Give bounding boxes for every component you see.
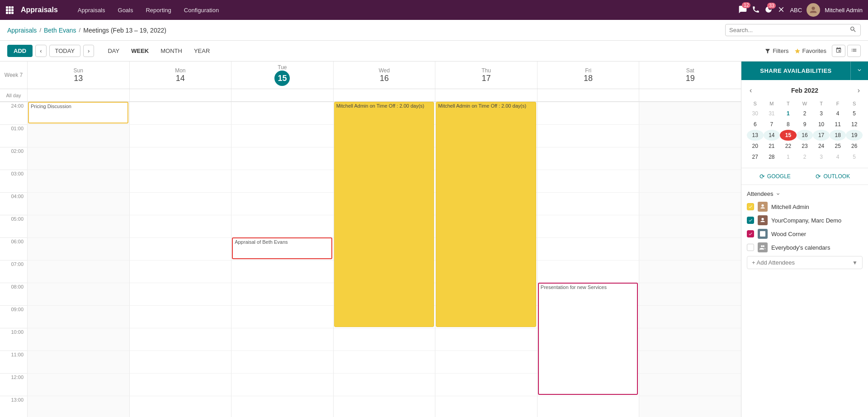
event-pricing-discussion[interactable]: Pricing Discussion: [28, 102, 128, 123]
events-overlay: Pricing DiscussionAppraisal of Beth Evan…: [27, 102, 741, 417]
mini-day-9[interactable]: 9: [797, 119, 813, 130]
mini-day-7[interactable]: 7: [764, 119, 780, 130]
mini-day-31[interactable]: 31: [764, 108, 780, 119]
mini-day-15[interactable]: 15: [780, 130, 797, 141]
mini-day-12[interactable]: 12: [846, 119, 863, 130]
menu-configuration[interactable]: Configuration: [179, 4, 224, 16]
mini-day-22[interactable]: 22: [780, 141, 797, 152]
mini-day-6[interactable]: 6: [747, 119, 764, 130]
allday-cell-wed: [333, 89, 435, 101]
google-label: GOOGLE: [767, 173, 791, 180]
attendee-everybody-avatar: [758, 242, 768, 252]
calendar-view-btn[interactable]: [832, 45, 845, 57]
day-header-tue[interactable]: Tue 15: [231, 62, 333, 89]
mini-day-26[interactable]: 26: [846, 141, 863, 152]
mini-day-17[interactable]: 17: [813, 130, 830, 141]
year-view-btn[interactable]: YEAR: [189, 45, 214, 57]
filter-button[interactable]: Filters: [764, 47, 788, 54]
event-presentation-for-new[interactable]: Presentation for new Services: [538, 283, 638, 395]
breadcrumb-appraisals[interactable]: Appraisals: [7, 27, 37, 34]
mini-day-1[interactable]: 1: [780, 108, 797, 119]
mini-day-11[interactable]: 11: [830, 119, 846, 130]
mini-day-mar2[interactable]: 2: [797, 152, 813, 162]
share-btn-row: SHARE AVAILABILITIES: [741, 62, 868, 80]
mini-day-mar1[interactable]: 1: [780, 152, 797, 162]
mini-day-27[interactable]: 27: [747, 152, 764, 162]
allday-label: All day: [0, 89, 27, 101]
username[interactable]: Mitchell Admin: [825, 7, 863, 14]
attendee-mitchell-checkbox[interactable]: [747, 203, 754, 210]
attendee-marc-checkbox[interactable]: [747, 217, 754, 224]
event-appraisal-of-beth-ev[interactable]: Appraisal of Beth Evans: [232, 237, 332, 259]
favorites-button[interactable]: Favorites: [794, 47, 826, 54]
mini-day-24[interactable]: 24: [813, 141, 830, 152]
mini-day-2[interactable]: 2: [797, 108, 813, 119]
hour-label-1: 01:00: [0, 124, 27, 147]
search-box[interactable]: [725, 24, 861, 36]
calendar-area: Week 7 Sun 13 Mon 14 Tue 15 Wed 16 Thu 1…: [0, 62, 741, 417]
close-icon[interactable]: [777, 5, 785, 15]
hour-label-8: 08:00: [0, 283, 27, 305]
mini-day-4[interactable]: 4: [830, 108, 846, 119]
messages-icon[interactable]: 12: [738, 5, 747, 15]
add-attendee-chevron-icon[interactable]: ▼: [852, 260, 858, 266]
week-view-btn[interactable]: WEEK: [127, 45, 153, 57]
mini-cal-next-btn[interactable]: ›: [855, 85, 863, 95]
mini-day-14[interactable]: 14: [764, 130, 780, 141]
menu-goals[interactable]: Goals: [113, 4, 139, 16]
mini-day-21[interactable]: 21: [764, 141, 780, 152]
mini-day-28[interactable]: 28: [764, 152, 780, 162]
avatar[interactable]: [807, 3, 820, 17]
mini-day-25[interactable]: 25: [830, 141, 846, 152]
day-header-fri: Fri 18: [537, 62, 639, 89]
add-button[interactable]: ADD: [7, 45, 33, 57]
google-sync-btn[interactable]: ⟳ GOOGLE: [760, 173, 791, 180]
mini-day-20[interactable]: 20: [747, 141, 764, 152]
mini-day-5[interactable]: 5: [846, 108, 863, 119]
event-mitchell-admin-on-ti[interactable]: Mitchell Admin on Time Off : 2.00 day(s): [436, 102, 536, 327]
search-input[interactable]: [729, 27, 849, 33]
mini-day-18[interactable]: 18: [830, 130, 846, 141]
day-header-thu: Thu 17: [435, 62, 537, 89]
mini-day-19[interactable]: 19: [846, 130, 863, 141]
breadcrumb-beth-evans[interactable]: Beth Evans: [44, 27, 76, 34]
add-attendee-input[interactable]: [752, 259, 852, 266]
attendees-header[interactable]: Attendees: [747, 190, 863, 197]
prev-button[interactable]: ‹: [35, 45, 46, 57]
outlook-sync-btn[interactable]: ⟳ OUTLOOK: [816, 173, 850, 180]
mini-day-30[interactable]: 30: [747, 108, 764, 119]
dow-f: F: [830, 99, 846, 108]
next-button[interactable]: ›: [83, 45, 94, 57]
share-availabilities-btn[interactable]: SHARE AVAILABILITIES: [741, 62, 850, 80]
phone-icon[interactable]: [752, 5, 760, 15]
menu-reporting[interactable]: Reporting: [140, 4, 176, 16]
list-view-btn[interactable]: [847, 45, 861, 57]
svg-rect-7: [9, 12, 11, 14]
grid-menu-icon[interactable]: [5, 6, 14, 14]
day-view-btn[interactable]: DAY: [103, 45, 124, 57]
mini-day-23[interactable]: 23: [797, 141, 813, 152]
add-attendee-row[interactable]: ▼: [747, 256, 863, 269]
mini-day-mar3[interactable]: 3: [813, 152, 830, 162]
share-chevron-icon[interactable]: [850, 62, 868, 80]
mini-day-8[interactable]: 8: [780, 119, 797, 130]
svg-rect-4: [9, 9, 11, 11]
mini-day-13[interactable]: 13: [747, 130, 764, 141]
mini-day-mar5[interactable]: 5: [846, 152, 863, 162]
mini-cal-grid: S M T W T F S 30 31 1 2 3 4 5 6 7 8 9: [747, 99, 863, 162]
month-view-btn[interactable]: MONTH: [156, 45, 187, 57]
day-num-wed: 16: [380, 74, 389, 83]
moon-icon[interactable]: 33: [764, 5, 773, 15]
today-button[interactable]: TODAY: [49, 45, 81, 57]
attendee-everybody-checkbox[interactable]: [747, 244, 754, 251]
mini-cal-prev-btn[interactable]: ‹: [747, 85, 755, 95]
menu-appraisals[interactable]: Appraisals: [72, 4, 111, 16]
search-icon[interactable]: [849, 26, 857, 34]
mini-day-mar4[interactable]: 4: [830, 152, 846, 162]
event-mitchell-admin-on-ti[interactable]: Mitchell Admin on Time Off : 2.00 day(s): [334, 102, 434, 327]
mini-day-10[interactable]: 10: [813, 119, 830, 130]
mini-day-16[interactable]: 16: [797, 130, 813, 141]
mini-day-3[interactable]: 3: [813, 108, 830, 119]
attendee-wood-corner-checkbox[interactable]: [747, 230, 754, 237]
svg-rect-6: [6, 12, 8, 14]
